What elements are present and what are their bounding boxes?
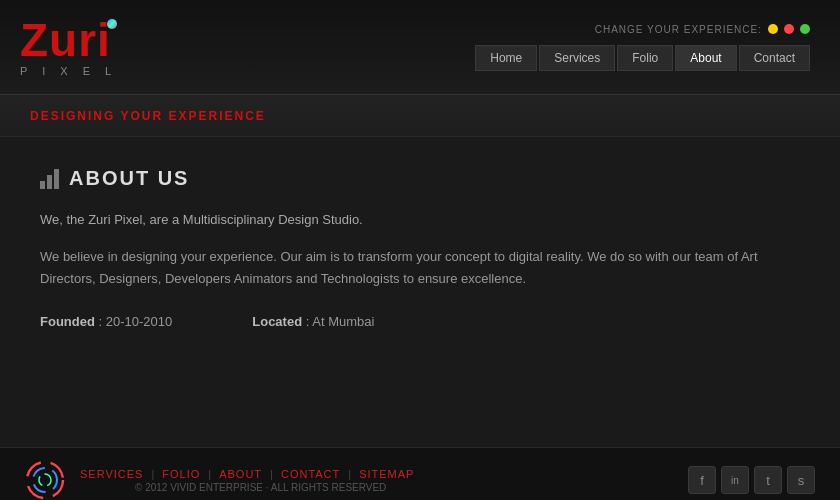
footer-logo-icon [25, 460, 65, 500]
nav-contact[interactable]: Contact [739, 45, 810, 71]
nav-home[interactable]: Home [475, 45, 537, 71]
footer-nav-contact[interactable]: CONTACT [281, 468, 340, 480]
footer: SERVICES | FOLIO | ABOUT | CONTACT | SIT… [0, 447, 840, 500]
logo-area: Zuri P i x e l [20, 17, 117, 77]
footer-nav-sitemap[interactable]: SITEMAP [359, 468, 414, 480]
experience-bar: CHANGE YOUR EXPERIENCE: [595, 24, 810, 35]
footer-socials: f in t s [688, 466, 815, 494]
located-field: Located : At Mumbai [252, 314, 374, 329]
section-title: ABOUT US [69, 167, 189, 190]
about-intro: We, the Zuri Pixel, are a Multidisciplin… [40, 210, 800, 230]
about-meta: Founded : 20-10-2010 Located : At Mumbai [40, 314, 800, 329]
founded-label: Founded [40, 314, 95, 329]
logo-sub: P i x e l [20, 65, 117, 77]
experience-label: CHANGE YOUR EXPERIENCE: [595, 24, 762, 35]
section-title-row: ABOUT US [40, 167, 800, 190]
logo: Zuri [20, 17, 111, 63]
bar1 [40, 181, 45, 189]
footer-nav-folio[interactable]: FOLIO [162, 468, 200, 480]
founded-date: 20-10-2010 [106, 314, 173, 329]
linkedin-icon[interactable]: in [721, 466, 749, 494]
nav-services[interactable]: Services [539, 45, 615, 71]
bar3 [54, 169, 59, 189]
dot-red[interactable] [784, 24, 794, 34]
founded-field: Founded : 20-10-2010 [40, 314, 172, 329]
nav-bar: Home Services Folio About Contact [475, 45, 810, 71]
bar2 [47, 175, 52, 189]
bar-chart-icon [40, 169, 59, 189]
header: Zuri P i x e l CHANGE YOUR EXPERIENCE: H… [0, 0, 840, 95]
nav-about[interactable]: About [675, 45, 736, 71]
footer-nav-about[interactable]: ABOUT [219, 468, 262, 480]
header-right: CHANGE YOUR EXPERIENCE: Home Services Fo… [475, 24, 810, 71]
footer-copyright: © 2012 VIVID ENTERPRISE · ALL RIGHTS RES… [135, 482, 414, 493]
facebook-icon[interactable]: f [688, 466, 716, 494]
svg-point-2 [39, 474, 51, 486]
footer-content: SERVICES | FOLIO | ABOUT | CONTACT | SIT… [80, 468, 414, 493]
dot-yellow[interactable] [768, 24, 778, 34]
located-label: Located [252, 314, 302, 329]
footer-nav: SERVICES | FOLIO | ABOUT | CONTACT | SIT… [80, 468, 414, 480]
about-desc: We believe in designing your experience.… [40, 246, 790, 290]
skype-icon[interactable]: s [787, 466, 815, 494]
svg-point-1 [33, 468, 57, 492]
founded-value: : [99, 314, 106, 329]
nav-folio[interactable]: Folio [617, 45, 673, 71]
main-content: ABOUT US We, the Zuri Pixel, are a Multi… [0, 137, 840, 447]
logo-text: Zuri [20, 14, 111, 66]
twitter-icon[interactable]: t [754, 466, 782, 494]
located-value: At Mumbai [312, 314, 374, 329]
tagline-bar: DESIGNING YOUR EXPERIENCE [0, 95, 840, 137]
dot-green[interactable] [800, 24, 810, 34]
footer-nav-services[interactable]: SERVICES [80, 468, 143, 480]
logo-dot [107, 19, 117, 29]
tagline-text: DESIGNING YOUR EXPERIENCE [30, 109, 266, 123]
